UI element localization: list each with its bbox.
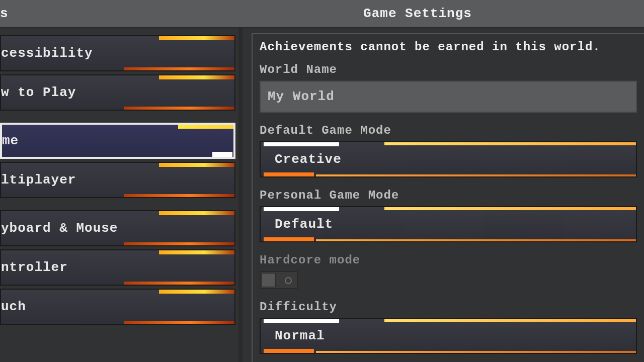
sidebar-item-controller[interactable]: ntroller (0, 249, 235, 286)
hardcore-mode-toggle[interactable] (260, 271, 298, 289)
sidebar-group-3: yboard & Mouse ntroller uch (0, 210, 238, 325)
world-name-input[interactable] (260, 80, 637, 113)
page-title: Game Settings (242, 6, 644, 21)
sidebar: cessibility w to Play me ltiplayer yboar… (0, 28, 240, 362)
sidebar-item-label: ltiplayer (1, 172, 76, 188)
settings-panel: Achievements cannot be earned in this wo… (252, 33, 644, 362)
sidebar-item-accessibility[interactable]: cessibility (0, 35, 235, 71)
world-name-label: World Name (260, 63, 637, 76)
content-area: Achievements cannot be earned in this wo… (240, 28, 644, 362)
sidebar-group-1: cessibility w to Play (0, 35, 238, 111)
title-bar: s Game Settings (0, 0, 644, 28)
sidebar-item-label: cessibility (1, 46, 93, 61)
sidebar-item-label: yboard & Mouse (1, 221, 118, 236)
sidebar-item-touch[interactable]: uch (0, 289, 235, 325)
toggle-off-icon (285, 277, 292, 284)
dropdown-value: Creative (275, 152, 342, 167)
default-game-mode-dropdown[interactable]: Creative (260, 141, 637, 177)
sidebar-item-keyboard-mouse[interactable]: yboard & Mouse (0, 210, 235, 246)
hardcore-mode-label: Hardcore mode (260, 253, 637, 267)
main-layout: cessibility w to Play me ltiplayer yboar… (0, 28, 644, 362)
toggle-knob (262, 273, 276, 287)
difficulty-label: Difficulty (260, 300, 637, 314)
achievements-warning: Achievements cannot be earned in this wo… (260, 40, 637, 54)
personal-game-mode-label: Personal Game Mode (260, 189, 637, 202)
dropdown-value: Normal (275, 328, 325, 343)
sidebar-item-multiplayer[interactable]: ltiplayer (0, 162, 235, 198)
personal-game-mode-dropdown[interactable]: Default (260, 206, 637, 242)
sidebar-item-label: me (2, 133, 19, 148)
sidebar-item-label: ntroller (1, 260, 68, 275)
sidebar-item-game[interactable]: me (0, 123, 235, 159)
sidebar-group-2: me ltiplayer (0, 123, 238, 198)
sidebar-item-label: w to Play (1, 85, 76, 100)
difficulty-dropdown[interactable]: Normal (260, 318, 637, 354)
dropdown-value: Default (275, 217, 333, 232)
sidebar-item-how-to-play[interactable]: w to Play (0, 74, 235, 111)
default-game-mode-label: Default Game Mode (260, 124, 637, 137)
topbar-left-partial: s (0, 6, 242, 21)
sidebar-item-label: uch (1, 299, 26, 314)
